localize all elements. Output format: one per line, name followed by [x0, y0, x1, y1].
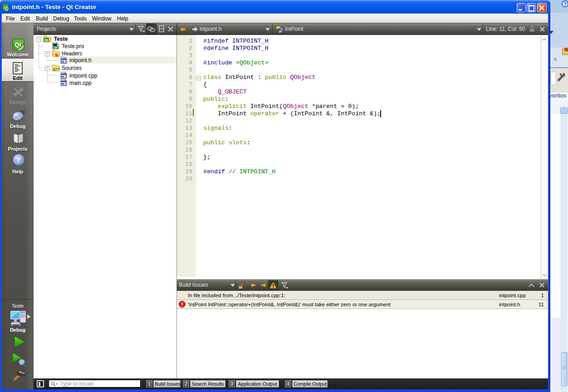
svg-text:Qt: Qt — [15, 41, 21, 48]
svg-text:Qt: Qt — [4, 5, 8, 10]
svg-text:C⁺⁺: C⁺⁺ — [53, 68, 59, 71]
svg-text:h: h — [55, 52, 58, 57]
svg-text:?: ? — [17, 156, 21, 164]
svg-text:Qt: Qt — [44, 38, 49, 42]
svg-text:Qt: Qt — [54, 46, 57, 49]
